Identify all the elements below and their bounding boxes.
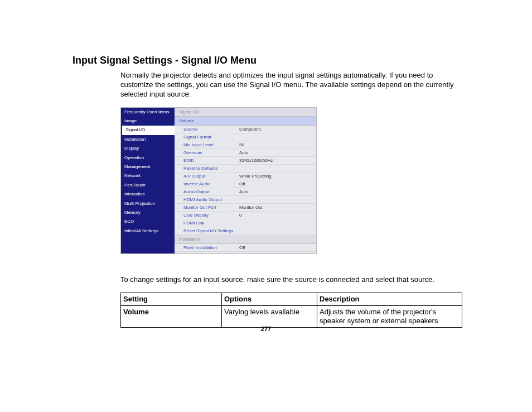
menu-row: EDID3240x1080/60Hz bbox=[175, 157, 316, 165]
nav-item: Operation bbox=[121, 154, 175, 162]
menu-row: Audio OutputAuto bbox=[175, 188, 316, 196]
section-header: Signal I/O bbox=[175, 108, 316, 117]
nav-item: Image bbox=[121, 117, 175, 126]
row-value: Computer1 bbox=[239, 127, 262, 132]
row-value: 0 bbox=[239, 213, 241, 218]
nav-item: Pen/Touch bbox=[121, 181, 175, 190]
menu-row: SourceComputer1 bbox=[175, 126, 316, 133]
nav-item: Management bbox=[121, 162, 175, 171]
row-label: A/V Output bbox=[183, 174, 239, 179]
cell-setting: Volume bbox=[123, 308, 149, 316]
row-label: Mic Input Level bbox=[183, 142, 239, 147]
menu-row: Monitor Out PortMonitor Out bbox=[175, 204, 316, 212]
menu-content-pane: Signal I/O Volume SourceComputer1 Signal… bbox=[175, 108, 316, 253]
table-row: Volume Varying levels available Adjusts … bbox=[121, 305, 462, 328]
row-value: Off bbox=[239, 245, 245, 250]
menu-row: HDMI Audio Output bbox=[175, 196, 316, 204]
section-header: Installation bbox=[175, 235, 316, 244]
row-label: HDMI Audio Output bbox=[183, 197, 239, 202]
cell-description: Adjusts the volume of the projector's sp… bbox=[317, 305, 462, 328]
nav-item: Network bbox=[121, 171, 175, 180]
menu-row: Inverse AudioOff bbox=[175, 180, 316, 188]
row-value: Monitor Out bbox=[239, 205, 263, 210]
menu-row: USB Display0 bbox=[175, 212, 316, 219]
settings-table: Setting Options Description Volume Varyi… bbox=[120, 293, 462, 328]
menu-row: Reset to Defaults bbox=[175, 165, 316, 173]
table-header: Setting bbox=[121, 293, 222, 305]
nav-item: Installation bbox=[121, 135, 175, 144]
nav-item: Multi-Projection bbox=[121, 199, 175, 208]
menu-row: OverscanAuto bbox=[175, 149, 316, 157]
nav-item: Frequently Used Items bbox=[121, 108, 175, 117]
row-value: 50 bbox=[239, 142, 244, 147]
page-number: 277 bbox=[0, 325, 532, 332]
nav-item: Interactive bbox=[121, 190, 175, 199]
table-header-row: Setting Options Description bbox=[121, 293, 462, 305]
row-label: Signal Format bbox=[183, 135, 239, 140]
row-label: Monitor Out Port bbox=[183, 205, 239, 210]
row-value: 3240x1080/60Hz bbox=[239, 158, 273, 163]
row-value: Auto bbox=[239, 189, 248, 194]
menu-row: Fixed InstallationOff bbox=[175, 244, 316, 252]
table-header: Options bbox=[222, 293, 317, 305]
menu-row: HDMI Link bbox=[175, 219, 316, 227]
nav-item-selected: Signal I/O bbox=[121, 126, 175, 135]
page-title: Input Signal Settings - Signal I/O Menu bbox=[72, 55, 467, 66]
row-value: While Projecting bbox=[239, 174, 272, 179]
table-header: Description bbox=[317, 293, 462, 305]
nav-item: Initial/All Settings bbox=[121, 227, 175, 236]
nav-item: ECO bbox=[121, 217, 175, 226]
menu-row: Signal Format bbox=[175, 133, 316, 141]
row-value: Off bbox=[239, 181, 245, 186]
row-label: USB Display bbox=[183, 213, 239, 218]
nav-item: Display bbox=[121, 144, 175, 153]
row-value: Auto bbox=[239, 150, 248, 155]
row-label: Inverse Audio bbox=[183, 181, 239, 186]
row-label: Fixed Installation bbox=[183, 245, 239, 250]
menu-row: A/V OutputWhile Projecting bbox=[175, 173, 316, 180]
row-label: Reset to Defaults bbox=[183, 166, 239, 171]
nav-item: Memory bbox=[121, 208, 175, 217]
row-label: Source bbox=[183, 127, 239, 132]
menu-row: Reset Signal I/O Settings bbox=[175, 227, 316, 235]
row-label: EDID bbox=[183, 158, 239, 163]
menu-nav-pane: Frequently Used Items Image Signal I/O I… bbox=[121, 108, 175, 253]
row-label: Reset Signal I/O Settings bbox=[183, 228, 239, 233]
lead2-paragraph: To change settings for an input source, … bbox=[72, 275, 467, 285]
intro-paragraph: Normally the projector detects and optim… bbox=[72, 71, 467, 99]
menu-row: Mic Input Level50 bbox=[175, 141, 316, 149]
row-label: Audio Output bbox=[183, 189, 239, 194]
section-header-selected: Volume bbox=[175, 117, 316, 126]
menu-screenshot: Frequently Used Items Image Signal I/O I… bbox=[120, 107, 317, 254]
row-label: Overscan bbox=[183, 150, 239, 155]
cell-options: Varying levels available bbox=[222, 305, 317, 328]
row-label: HDMI Link bbox=[183, 221, 239, 226]
